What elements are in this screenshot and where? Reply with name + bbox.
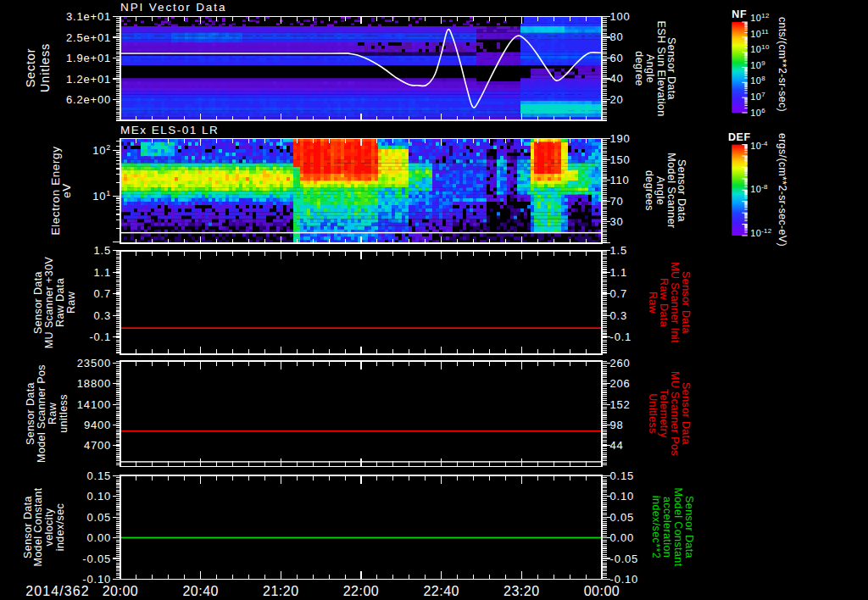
svg-text:190: 190 bbox=[610, 132, 631, 145]
svg-text:1.1: 1.1 bbox=[94, 266, 111, 279]
svg-text:20:40: 20:40 bbox=[182, 584, 219, 598]
svg-text:18800: 18800 bbox=[77, 377, 111, 390]
svg-text:152: 152 bbox=[610, 398, 631, 411]
svg-text:0.15: 0.15 bbox=[610, 469, 635, 482]
svg-text:0.7: 0.7 bbox=[610, 287, 627, 300]
svg-text:0.05: 0.05 bbox=[86, 511, 111, 524]
svg-text:3.1e+01: 3.1e+01 bbox=[66, 10, 111, 23]
svg-text:00:00: 00:00 bbox=[584, 584, 620, 598]
svg-text:14100: 14100 bbox=[77, 398, 111, 411]
svg-text:44: 44 bbox=[610, 439, 624, 452]
svg-text:0.15: 0.15 bbox=[86, 469, 111, 482]
svg-text:0.7: 0.7 bbox=[94, 287, 111, 300]
svg-text:100: 100 bbox=[610, 10, 631, 23]
svg-text:DEF: DEF bbox=[728, 131, 751, 143]
svg-text:21:20: 21:20 bbox=[263, 584, 299, 598]
svg-text:-0.05: -0.05 bbox=[82, 553, 111, 565]
svg-text:260: 260 bbox=[610, 357, 631, 369]
svg-text:206: 206 bbox=[610, 377, 631, 390]
svg-text:20: 20 bbox=[610, 93, 624, 106]
svg-text:23:20: 23:20 bbox=[504, 584, 540, 598]
svg-text:6.2e+00: 6.2e+00 bbox=[66, 93, 111, 106]
svg-text:0.05: 0.05 bbox=[610, 511, 635, 524]
svg-text:2.5e+01: 2.5e+01 bbox=[66, 31, 111, 44]
svg-text:2014/362: 2014/362 bbox=[25, 584, 90, 598]
svg-text:Sensor DataModel Constantaccel: Sensor DataModel Constantaccelerationind… bbox=[650, 487, 694, 566]
svg-text:4700: 4700 bbox=[84, 439, 111, 452]
svg-text:1.5: 1.5 bbox=[610, 244, 627, 257]
svg-text:40: 40 bbox=[610, 72, 624, 85]
svg-text:9400: 9400 bbox=[84, 419, 111, 431]
svg-text:1.9e+01: 1.9e+01 bbox=[66, 52, 111, 64]
svg-text:1.5: 1.5 bbox=[94, 244, 111, 257]
svg-text:1.2e+01: 1.2e+01 bbox=[66, 73, 111, 86]
svg-text:23500: 23500 bbox=[77, 357, 111, 369]
svg-text:30: 30 bbox=[610, 215, 624, 228]
svg-text:0.00: 0.00 bbox=[610, 531, 635, 544]
svg-text:22:40: 22:40 bbox=[423, 584, 459, 598]
svg-text:22:00: 22:00 bbox=[343, 584, 380, 598]
svg-text:70: 70 bbox=[610, 195, 624, 208]
svg-text:110: 110 bbox=[610, 174, 630, 186]
svg-text:ergs/(cm**2-sr-sec-eV): ergs/(cm**2-sr-sec-eV) bbox=[776, 133, 788, 247]
svg-text:SectorUnitless: SectorUnitless bbox=[24, 43, 52, 92]
svg-text:0.3: 0.3 bbox=[94, 309, 111, 322]
svg-text:150: 150 bbox=[610, 153, 631, 166]
svg-text:60: 60 bbox=[610, 52, 624, 64]
svg-text:1.1: 1.1 bbox=[610, 266, 627, 279]
svg-text:NPI Vector Data: NPI Vector Data bbox=[120, 1, 226, 14]
svg-text:0.00: 0.00 bbox=[86, 531, 111, 544]
svg-text:MEx ELS-01 LR: MEx ELS-01 LR bbox=[120, 124, 219, 136]
svg-text:0.3: 0.3 bbox=[610, 309, 627, 322]
svg-text:20:00: 20:00 bbox=[103, 584, 139, 598]
svg-text:cnts/(cm**2-sr-sec): cnts/(cm**2-sr-sec) bbox=[776, 17, 788, 112]
svg-text:-0.05: -0.05 bbox=[610, 553, 639, 565]
svg-text:-0.1: -0.1 bbox=[89, 331, 111, 343]
svg-text:NF: NF bbox=[732, 8, 747, 20]
svg-text:98: 98 bbox=[610, 419, 624, 431]
svg-text:0.10: 0.10 bbox=[86, 490, 111, 503]
svg-text:-0.1: -0.1 bbox=[610, 331, 632, 343]
svg-text:80: 80 bbox=[610, 31, 624, 43]
svg-text:0.10: 0.10 bbox=[610, 490, 635, 503]
